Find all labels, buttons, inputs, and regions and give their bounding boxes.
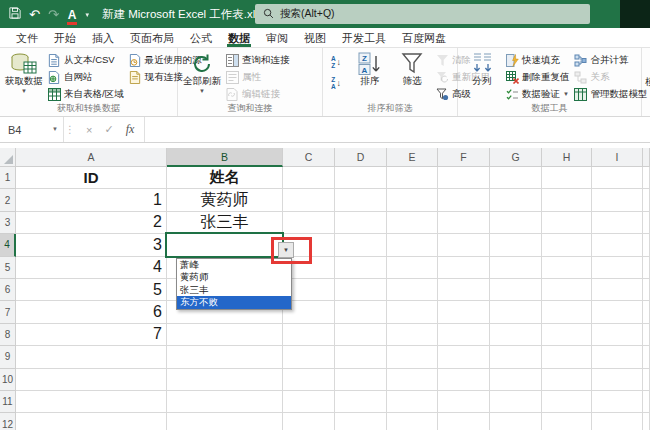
cell-G7[interactable] [490,301,542,323]
cell-partial-8[interactable] [643,324,650,346]
cell-H11[interactable] [542,391,592,413]
cell-H12[interactable] [542,413,592,430]
cell-B3[interactable]: 张三丰 [167,212,283,234]
cell-G4[interactable] [490,234,542,256]
cell-F5[interactable] [438,257,490,279]
dropdown-item-黄药师[interactable]: 黄药师 [177,271,291,283]
cell-partial-10[interactable] [643,369,650,391]
cell-F10[interactable] [438,369,490,391]
cell-G12[interactable] [490,413,542,430]
column-header-D[interactable]: D [335,148,387,167]
column-header-E[interactable]: E [387,148,438,167]
cell-E2[interactable] [387,189,438,211]
cell-F7[interactable] [438,301,490,323]
cell-H10[interactable] [542,369,592,391]
cell-A1[interactable]: ID [16,167,167,189]
从文本/CSV-button[interactable]: 从文本/CSV [45,52,126,68]
cell-A3[interactable]: 2 [16,212,167,234]
cell-F3[interactable] [438,212,490,234]
tab-页面布局[interactable]: 页面布局 [122,28,182,47]
row-header-12[interactable]: 12 [0,413,16,430]
全部刷新-button[interactable]: 全部刷新▼ [181,50,223,95]
sort-descending-button[interactable]: ZA↓ [326,74,346,93]
row-header-4[interactable]: 4 [0,234,16,256]
cell-C10[interactable] [283,369,335,391]
undo-icon[interactable]: ↶ [29,8,40,21]
cell-A8[interactable]: 7 [16,324,167,346]
cell-G1[interactable] [490,167,542,189]
排序-button[interactable]: ZA排序 [349,50,391,87]
cell-B10[interactable] [167,369,283,391]
cell-F1[interactable] [438,167,490,189]
cell-partial-4[interactable] [643,234,650,256]
cell-B2[interactable]: 黄药师 [167,189,283,211]
cell-H5[interactable] [542,257,592,279]
cell-C8[interactable] [283,324,335,346]
search-box[interactable]: 搜索(Alt+Q) [255,4,590,24]
row-header-8[interactable]: 8 [0,324,16,346]
cancel-icon[interactable]: × [86,124,92,136]
cell-G11[interactable] [490,391,542,413]
tab-百度网盘[interactable]: 百度网盘 [394,28,454,47]
cell-B1[interactable]: 姓名 [167,167,283,189]
cell-G8[interactable] [490,324,542,346]
column-header-C[interactable]: C [283,148,335,167]
cell-I11[interactable] [592,391,643,413]
cell-F2[interactable] [438,189,490,211]
cell-E8[interactable] [387,324,438,346]
insert-function-icon[interactable]: fx [126,122,135,137]
cell-C9[interactable] [283,346,335,368]
cell-I6[interactable] [592,279,643,301]
tab-文件[interactable]: 文件 [8,28,46,47]
cell-H1[interactable] [542,167,592,189]
cell-E11[interactable] [387,391,438,413]
cell-H4[interactable] [542,234,592,256]
cell-E7[interactable] [387,301,438,323]
column-header-H[interactable]: H [542,148,592,167]
分列-button[interactable]: 分列 [461,50,503,87]
快速填充-button[interactable]: 快速填充 [503,52,572,68]
tab-数据[interactable]: 数据 [220,28,258,47]
cell-partial-7[interactable] [643,301,650,323]
cell-D9[interactable] [335,346,387,368]
cell-B9[interactable] [167,346,283,368]
row-header-6[interactable]: 6 [0,279,16,301]
cell-F9[interactable] [438,346,490,368]
cell-F8[interactable] [438,324,490,346]
cell-D6[interactable] [335,279,387,301]
cell-E5[interactable] [387,257,438,279]
cell-D12[interactable] [335,413,387,430]
cell-F11[interactable] [438,391,490,413]
row-header-10[interactable]: 10 [0,369,16,391]
来自表格/区域-button[interactable]: 来自表格/区域 [45,86,126,102]
row-header-3[interactable]: 3 [0,212,16,234]
name-box-arrow-icon[interactable]: ▼ [52,126,58,132]
dropdown-item-张三丰[interactable]: 张三丰 [177,284,291,296]
cell-E3[interactable] [387,212,438,234]
cell-F4[interactable] [438,234,490,256]
cell-I4[interactable] [592,234,643,256]
row-header-9[interactable]: 9 [0,346,16,368]
cell-D5[interactable] [335,257,387,279]
cell-partial-9[interactable] [643,346,650,368]
tab-开始[interactable]: 开始 [46,28,84,47]
row-header-2[interactable]: 2 [0,189,16,211]
column-header-G[interactable]: G [490,148,542,167]
cell-G5[interactable] [490,257,542,279]
name-box[interactable]: B4 ▼ [0,117,64,142]
tab-开发工具[interactable]: 开发工具 [334,28,394,47]
cell-A7[interactable]: 6 [16,301,167,323]
cell-C11[interactable] [283,391,335,413]
cell-E6[interactable] [387,279,438,301]
select-all-corner[interactable] [0,148,16,167]
cell-I10[interactable] [592,369,643,391]
cell-A9[interactable] [16,346,167,368]
cell-A6[interactable]: 5 [16,279,167,301]
cell-A10[interactable] [16,369,167,391]
cell-partial-11[interactable] [643,391,650,413]
column-header-B[interactable]: B [167,148,283,167]
tab-审阅[interactable]: 审阅 [258,28,296,47]
cell-H9[interactable] [542,346,592,368]
row-header-1[interactable]: 1 [0,167,16,189]
tab-插入[interactable]: 插入 [84,28,122,47]
